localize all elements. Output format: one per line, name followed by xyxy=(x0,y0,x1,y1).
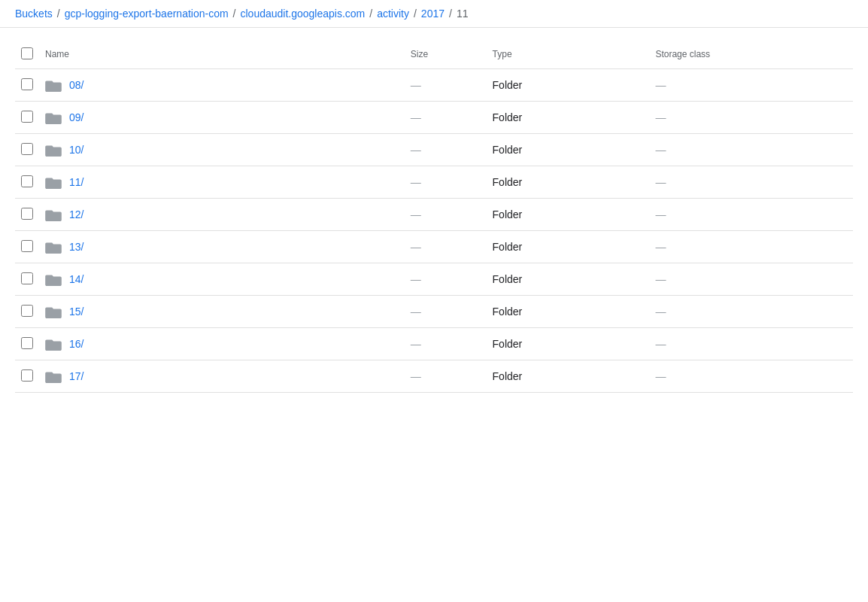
row-checkbox-4[interactable] xyxy=(21,208,33,220)
row-checkbox-cell-2 xyxy=(15,134,39,166)
folder-link-4[interactable]: 12/ xyxy=(69,208,83,220)
row-checkbox-cell-7 xyxy=(15,296,39,328)
table-cell-size: — xyxy=(405,328,487,360)
table-cell-storage-class: — xyxy=(649,328,853,360)
breadcrumb-separator-1: / xyxy=(57,8,60,20)
table-row: 12/—Folder— xyxy=(15,199,853,231)
table-cell-type: Folder xyxy=(487,231,650,263)
breadcrumb-buckets[interactable]: Buckets xyxy=(15,8,53,20)
table-cell-size: — xyxy=(405,69,487,102)
breadcrumb-activity[interactable]: activity xyxy=(377,8,409,20)
folder-link-3[interactable]: 11/ xyxy=(69,176,83,188)
breadcrumb-current: 11 xyxy=(457,8,469,20)
folder-link-0[interactable]: 08/ xyxy=(69,79,83,91)
breadcrumb-separator-3: / xyxy=(369,8,372,20)
objects-table: Name Size Type Storage class 08/—Folder—… xyxy=(15,40,853,393)
folder-icon xyxy=(45,175,62,189)
table-cell-name: 09/ xyxy=(39,102,405,134)
folder-icon xyxy=(45,272,62,286)
table-cell-storage-class: — xyxy=(649,263,853,296)
table-cell-size: — xyxy=(405,231,487,263)
folder-name: 14/ xyxy=(69,273,83,285)
table-cell-size: — xyxy=(405,134,487,166)
folder-icon xyxy=(45,369,62,383)
row-checkbox-cell-3 xyxy=(15,166,39,199)
table-cell-name: 11/ xyxy=(39,166,405,199)
folder-link-2[interactable]: 10/ xyxy=(69,144,83,156)
row-checkbox-6[interactable] xyxy=(21,272,33,284)
table-row: 09/—Folder— xyxy=(15,102,853,134)
folder-name: 12/ xyxy=(69,208,83,220)
breadcrumb-cloudaudit[interactable]: cloudaudit.googleapis.com xyxy=(241,8,366,20)
breadcrumb-separator-2: / xyxy=(233,8,236,20)
table-cell-type: Folder xyxy=(487,328,650,360)
table-cell-name: 17/ xyxy=(39,360,405,393)
row-checkbox-5[interactable] xyxy=(21,240,33,252)
table-row: 14/—Folder— xyxy=(15,263,853,296)
breadcrumb-year[interactable]: 2017 xyxy=(421,8,445,20)
folder-link-8[interactable]: 16/ xyxy=(69,338,83,350)
folder-link-6[interactable]: 14/ xyxy=(69,273,83,285)
table-row: 15/—Folder— xyxy=(15,296,853,328)
folder-icon xyxy=(45,78,62,92)
table-cell-storage-class: — xyxy=(649,134,853,166)
row-checkbox-9[interactable] xyxy=(21,369,33,382)
table-cell-size: — xyxy=(405,360,487,393)
folder-name: 10/ xyxy=(69,144,83,156)
folder-name: 13/ xyxy=(69,241,83,253)
folder-icon xyxy=(45,111,62,124)
table-cell-storage-class: — xyxy=(649,69,853,102)
row-checkbox-8[interactable] xyxy=(21,337,33,349)
row-checkbox-0[interactable] xyxy=(21,78,33,90)
row-checkbox-3[interactable] xyxy=(21,175,33,187)
folder-link-1[interactable]: 09/ xyxy=(69,111,83,123)
folder-name: 08/ xyxy=(69,79,83,91)
table-row: 17/—Folder— xyxy=(15,360,853,393)
row-checkbox-1[interactable] xyxy=(21,111,33,123)
table-row: 11/—Folder— xyxy=(15,166,853,199)
row-checkbox-cell-4 xyxy=(15,199,39,231)
col-header-name: Name xyxy=(39,40,405,69)
folder-name: 16/ xyxy=(69,338,83,350)
table-cell-size: — xyxy=(405,296,487,328)
table-cell-size: — xyxy=(405,263,487,296)
row-checkbox-2[interactable] xyxy=(21,143,33,155)
folder-name: 09/ xyxy=(69,111,83,123)
row-checkbox-cell-6 xyxy=(15,263,39,296)
breadcrumb-separator-5: / xyxy=(449,8,452,20)
breadcrumb-bucket-name[interactable]: gcp-logging-export-baernation-com xyxy=(65,8,229,20)
table-cell-type: Folder xyxy=(487,296,650,328)
row-checkbox-cell-0 xyxy=(15,69,39,102)
table-row: 10/—Folder— xyxy=(15,134,853,166)
table-row: 16/—Folder— xyxy=(15,328,853,360)
table-header-row: Name Size Type Storage class xyxy=(15,40,853,69)
table-cell-type: Folder xyxy=(487,134,650,166)
row-checkbox-7[interactable] xyxy=(21,305,33,317)
table-cell-size: — xyxy=(405,199,487,231)
breadcrumb-separator-4: / xyxy=(414,8,417,20)
table-cell-storage-class: — xyxy=(649,360,853,393)
table-row: 13/—Folder— xyxy=(15,231,853,263)
folder-name: 15/ xyxy=(69,306,83,318)
folder-icon xyxy=(45,240,62,254)
table-cell-storage-class: — xyxy=(649,231,853,263)
folder-name: 11/ xyxy=(69,176,83,188)
folder-icon xyxy=(45,143,62,157)
table-cell-name: 08/ xyxy=(39,69,405,102)
table-cell-type: Folder xyxy=(487,166,650,199)
row-checkbox-cell-5 xyxy=(15,231,39,263)
select-all-checkbox[interactable] xyxy=(21,47,33,59)
row-checkbox-cell-1 xyxy=(15,102,39,134)
table-cell-name: 14/ xyxy=(39,263,405,296)
table-cell-type: Folder xyxy=(487,102,650,134)
table-row: 08/—Folder— xyxy=(15,69,853,102)
table-cell-type: Folder xyxy=(487,199,650,231)
table-cell-size: — xyxy=(405,102,487,134)
table-cell-name: 10/ xyxy=(39,134,405,166)
folder-link-5[interactable]: 13/ xyxy=(69,241,83,253)
table-cell-type: Folder xyxy=(487,263,650,296)
table-cell-storage-class: — xyxy=(649,102,853,134)
folder-link-9[interactable]: 17/ xyxy=(69,370,83,382)
folder-link-7[interactable]: 15/ xyxy=(69,306,83,318)
row-checkbox-cell-9 xyxy=(15,360,39,393)
